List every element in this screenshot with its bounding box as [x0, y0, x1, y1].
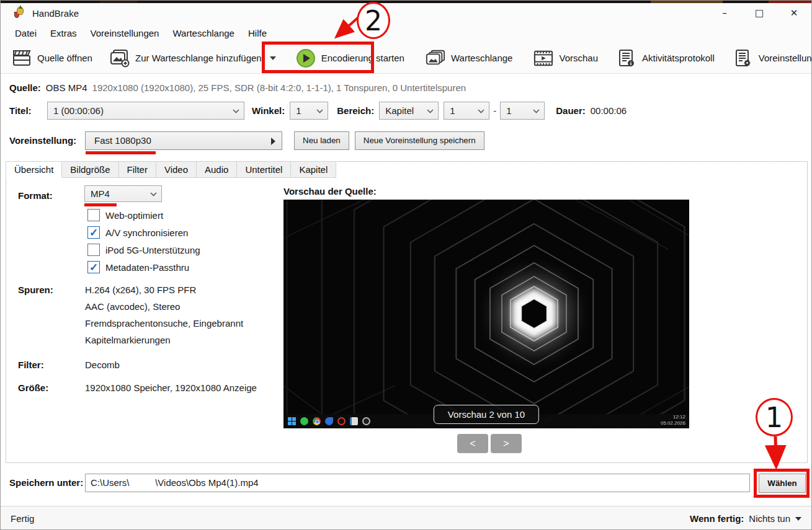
filter-label: Filter: — [18, 360, 44, 370]
title-row: Titel: 1 (00:00:06) Winkel: 1 Bereich: K… — [9, 101, 810, 120]
chevron-down-icon — [795, 517, 801, 521]
presets-button[interactable]: Voreinstellungen — [727, 45, 812, 72]
format-value: MP4 — [91, 188, 110, 199]
format-label: Format: — [18, 190, 53, 201]
clapperboard-icon — [12, 48, 32, 68]
open-source-button[interactable]: Quelle öffnen — [6, 45, 99, 72]
handbrake-window: HandBrake – □ ✕ Datei Extras Voreinstell… — [0, 0, 812, 530]
preview-taskbar-clock: 12:12 05.02.2026 — [661, 414, 685, 426]
handbrake-app-icon — [14, 7, 27, 19]
annotation-number-1: 1 — [765, 402, 783, 433]
format-select[interactable]: MP4 — [84, 185, 162, 202]
chevron-down-icon — [316, 109, 323, 113]
photo-stack-icon — [426, 48, 445, 68]
add-to-queue-button[interactable]: Zur Warteschlange hinzufügen — [104, 45, 282, 72]
presets-gear-icon — [733, 48, 753, 68]
preset-label: Voreinstellung: — [9, 135, 85, 146]
clock-icon — [362, 417, 370, 425]
annotation-circle-2: 2 — [357, 2, 390, 39]
annotation-underline-preset — [86, 151, 156, 154]
chevron-right-icon — [271, 138, 275, 145]
source-name: OBS MP4 — [46, 82, 87, 93]
annotation-box-step2 — [262, 42, 374, 73]
angle-label: Winkel: — [252, 105, 285, 116]
angle-select-value: 1 — [296, 105, 301, 116]
menu-bar: Datei Extras Voreinstellungen Warteschla… — [1, 23, 811, 43]
title-select[interactable]: 1 (00:00:06) — [47, 102, 244, 120]
menu-datei[interactable]: Datei — [8, 25, 43, 41]
maximize-button[interactable]: □ — [742, 3, 777, 23]
tab-strip: Übersicht Bildgröße Filter Video Audio U… — [6, 161, 336, 178]
menu-hilfe[interactable]: Hilfe — [241, 25, 274, 41]
tracks-label: Spuren: — [18, 285, 53, 295]
web-optimized-checkbox[interactable] — [87, 209, 100, 221]
chevron-down-icon — [150, 192, 157, 197]
clock-date: 05.02.2026 — [661, 420, 685, 426]
chevron-down-icon — [427, 109, 434, 113]
queue-label: Warteschlange — [451, 53, 513, 63]
title-select-value: 1 (00:00:06) — [53, 105, 104, 116]
image-add-icon — [110, 48, 130, 68]
preset-row: Voreinstellung: Fast 1080p30 Neu laden N… — [9, 131, 810, 150]
tab-untertitel[interactable]: Untertitel — [237, 161, 291, 178]
range-to-select[interactable]: 1 — [500, 102, 545, 120]
save-as-label: Speichern unter: — [9, 477, 85, 488]
queue-button[interactable]: Warteschlange — [419, 45, 519, 72]
av-sync-checkbox[interactable] — [87, 226, 100, 239]
source-preview-image: 12:12 05.02.2026 Vorschau 2 von 10 — [283, 200, 689, 428]
toolbar: Quelle öffnen Zur Warteschlange hinzufüg… — [1, 43, 811, 74]
range-from-value: 1 — [450, 105, 455, 116]
add-to-queue-label: Zur Warteschlange hinzufügen — [135, 53, 262, 63]
tab-video[interactable]: Video — [156, 161, 197, 178]
metadata-passthru-checkbox[interactable] — [87, 261, 100, 273]
web-optimized-label: Web-optimiert — [105, 210, 163, 221]
duration-value: 00:00:06 — [591, 105, 627, 116]
range-type-value: Kapitel — [385, 105, 414, 116]
activity-log-button[interactable]: Aktivitätsprotokoll — [610, 45, 721, 72]
when-done-value: Nichts tun — [749, 513, 790, 524]
when-done-control[interactable]: Wenn fertig: Nichts tun — [690, 513, 801, 524]
window-title: HandBrake — [32, 8, 79, 19]
open-source-label: Quelle öffnen — [37, 53, 92, 63]
save-new-preset-button[interactable]: Neue Voreinstellung speichern — [355, 131, 484, 150]
title-label: Titel: — [9, 105, 47, 116]
activity-log-label: Aktivitätsprotokoll — [642, 53, 715, 63]
menu-voreinstellungen[interactable]: Voreinstellungen — [84, 25, 166, 41]
preview-button[interactable]: Vorschau — [527, 45, 604, 72]
chevron-down-icon — [478, 109, 484, 113]
range-to-value: 1 — [506, 105, 511, 116]
ipod-support-checkbox[interactable] — [87, 244, 100, 256]
menu-warteschlange[interactable]: Warteschlange — [166, 25, 241, 41]
save-row: Speichern unter: — [9, 473, 810, 492]
preview-nav: < > — [457, 434, 522, 453]
status-text: Fertig — [11, 513, 34, 524]
annotation-circle-1: 1 — [756, 398, 793, 436]
next-preview-button[interactable]: > — [491, 434, 522, 453]
angle-select[interactable]: 1 — [290, 102, 328, 120]
title-bar: HandBrake – □ ✕ — [1, 3, 811, 23]
previous-preview-button[interactable]: < — [457, 434, 488, 453]
range-from-select[interactable]: 1 — [444, 102, 489, 120]
opera-icon — [337, 417, 346, 425]
close-button[interactable]: ✕ — [777, 3, 811, 23]
minimize-button[interactable]: – — [707, 3, 742, 23]
tab-bildgroesse[interactable]: Bildgröße — [62, 161, 118, 178]
tab-audio[interactable]: Audio — [197, 161, 237, 178]
preset-dropdown[interactable]: Fast 1080p30 — [85, 131, 282, 150]
preview-label: Vorschau — [559, 53, 598, 63]
destination-path-input[interactable] — [85, 474, 750, 492]
source-row: Quelle: OBS MP4 1920x1080 (1920x1080), 2… — [9, 82, 466, 93]
menu-extras[interactable]: Extras — [43, 25, 84, 41]
tab-filter[interactable]: Filter — [119, 161, 156, 178]
reload-preset-button[interactable]: Neu laden — [294, 131, 349, 150]
photos-icon — [350, 417, 358, 425]
range-type-select[interactable]: Kapitel — [379, 102, 439, 120]
av-sync-row: A/V synchronisieren — [87, 226, 188, 239]
preset-value: Fast 1080p30 — [94, 135, 151, 146]
tab-uebersicht[interactable]: Übersicht — [6, 161, 62, 178]
filter-value: Decomb — [85, 360, 120, 370]
av-sync-label: A/V synchronisieren — [105, 227, 188, 238]
preview-counter-badge: Vorschau 2 von 10 — [434, 405, 539, 424]
tab-kapitel[interactable]: Kapitel — [291, 161, 336, 178]
browse-button[interactable]: Wählen — [759, 474, 806, 493]
